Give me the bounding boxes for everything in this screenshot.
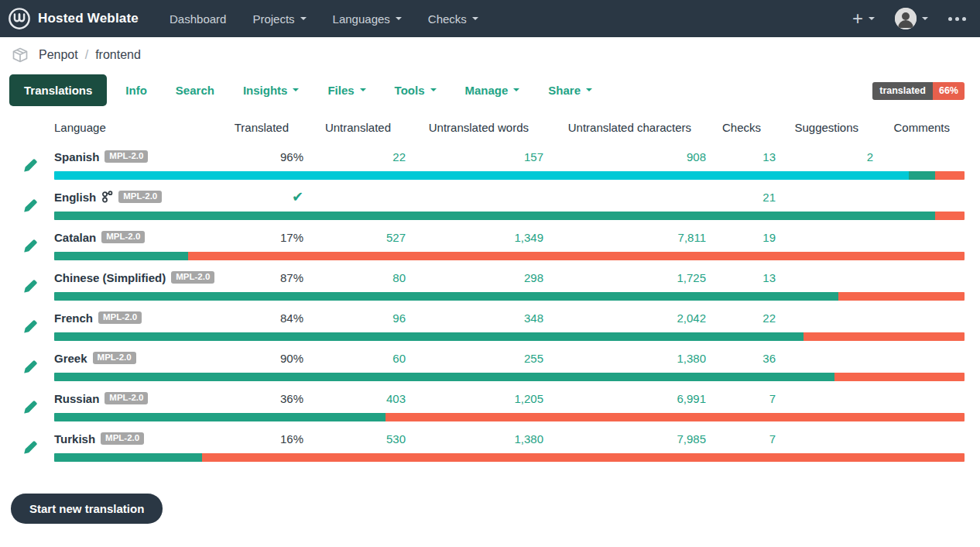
badge-value: 66% [933,82,965,100]
license-badge: MPL-2.0 [98,311,142,325]
translation-progress-bar [54,171,965,180]
checks-count[interactable]: 22 [706,311,776,325]
checks-count[interactable]: 21 [706,191,776,204]
untranslated-words[interactable]: 255 [406,352,543,365]
untranslated-count[interactable]: 527 [303,231,406,244]
translated-percent: 96% [232,150,303,163]
more-options-button[interactable] [948,17,966,21]
nav-item-languages[interactable]: Languages [333,12,402,26]
table-row: RussianMPL-2.0 36% 403 1,205 6,991 7 [0,387,965,427]
language-link[interactable]: Spanish [54,150,99,163]
breadcrumb-project-link[interactable]: Penpot [39,48,78,62]
untranslated-characters[interactable]: 1,380 [543,352,706,365]
header-suggestions: Suggestions [776,115,873,140]
untranslated-count[interactable]: 96 [303,311,406,325]
header-untranslated: Untranslated [303,115,406,140]
weblate-logo-icon [8,7,31,30]
untranslated-words[interactable]: 298 [406,271,543,284]
translated-percent: 17% [232,231,303,244]
language-link[interactable]: Russian [54,392,99,405]
edit-pencil-icon[interactable] [23,360,38,374]
untranslated-words[interactable]: 157 [406,150,543,163]
project-package-icon [11,46,29,64]
tab-search[interactable]: Search [176,84,214,97]
table-row: TurkishMPL-2.0 16% 530 1,380 7,985 7 [0,427,965,467]
badge-label: translated [872,82,933,100]
language-link[interactable]: Catalan [54,231,96,244]
tab-manage[interactable]: Manage [465,84,520,97]
checks-count[interactable]: 7 [706,432,776,446]
source-language-icon [101,191,113,203]
checks-count[interactable]: 36 [706,352,776,365]
untranslated-words[interactable]: 348 [406,311,543,325]
tab-files[interactable]: Files [327,84,365,97]
untranslated-count[interactable]: 530 [303,432,406,446]
untranslated-words[interactable]: 1,349 [406,231,543,244]
untranslated-characters[interactable]: 908 [543,150,706,163]
plus-icon: + [852,9,863,28]
chevron-down-icon [922,17,928,20]
language-link[interactable]: French [54,311,93,325]
nav-item-checks[interactable]: Checks [428,12,478,26]
edit-pencil-icon[interactable] [23,239,38,253]
checks-count[interactable]: 13 [706,271,776,284]
nav-item-projects[interactable]: Projects [252,12,306,26]
checks-count[interactable]: 19 [706,231,776,244]
header-comments: Comments [873,115,965,140]
breadcrumb-component-link[interactable]: frontend [95,48,141,62]
language-link[interactable]: Turkish [54,432,95,446]
untranslated-characters[interactable]: 2,042 [543,311,706,325]
untranslated-words[interactable]: 1,205 [406,392,543,405]
translated-percent-badge: translated 66% [872,82,965,100]
license-badge: MPL-2.0 [101,432,144,446]
untranslated-characters[interactable]: 7,811 [543,231,706,244]
weblate-brand[interactable]: Hosted Weblate [8,7,139,30]
tab-tools[interactable]: Tools [395,84,437,97]
component-tabs: Translations Info Search Insights Files … [0,70,980,110]
translated-percent: 84% [232,311,303,325]
chevron-down-icon [586,88,592,91]
edit-pencil-icon[interactable] [23,279,38,294]
language-link[interactable]: Greek [54,352,87,365]
edit-pencil-icon[interactable] [23,198,38,213]
table-header-row: Language Translated Untranslated Untrans… [0,115,965,140]
edit-pencil-icon[interactable] [23,319,38,334]
checks-count[interactable]: 13 [706,150,776,163]
edit-pencil-icon[interactable] [23,440,38,455]
language-link[interactable]: Chinese (Simplified) [54,271,166,284]
edit-pencil-icon[interactable] [23,400,38,415]
untranslated-words[interactable]: 1,380 [406,432,543,446]
navbar-menu: Dashboard Projects Languages Checks [170,12,478,26]
chevron-down-icon [869,17,875,20]
tab-translations[interactable]: Translations [9,74,107,106]
table-row: FrenchMPL-2.0 84% 96 348 2,042 22 [0,306,965,346]
language-link[interactable]: English [54,191,96,204]
suggestions-count[interactable]: 2 [776,150,873,163]
tab-info[interactable]: Info [125,84,147,97]
untranslated-count[interactable]: 403 [303,392,406,405]
table-row: CatalanMPL-2.0 17% 527 1,349 7,811 19 [0,225,965,266]
nav-item-dashboard[interactable]: Dashboard [170,12,226,26]
chevron-down-icon [396,17,402,20]
untranslated-count[interactable]: 60 [303,352,406,365]
translation-progress-bar [54,212,965,220]
user-menu-button[interactable] [895,8,928,29]
chevron-down-icon [293,88,299,91]
table-row: GreekMPL-2.0 90% 60 255 1,380 36 [0,346,965,387]
untranslated-count[interactable]: 22 [303,150,406,163]
translated-check-icon: ✔ [232,188,303,205]
untranslated-characters[interactable]: 1,725 [543,271,706,284]
tab-insights[interactable]: Insights [243,84,300,97]
start-new-translation-button[interactable]: Start new translation [11,494,163,524]
tab-share[interactable]: Share [548,84,592,97]
untranslated-characters[interactable]: 7,985 [543,432,706,446]
translation-progress-bar [54,373,965,381]
untranslated-characters[interactable]: 6,991 [543,392,706,405]
license-badge: MPL-2.0 [101,231,145,244]
untranslated-count[interactable]: 80 [303,271,406,284]
table-row: SpanishMPL-2.0 96% 22 157 908 13 2 [0,145,965,185]
edit-pencil-icon[interactable] [23,158,38,173]
add-new-button[interactable]: + [852,9,875,28]
checks-count[interactable]: 7 [706,392,776,405]
top-navbar: Hosted Weblate Dashboard Projects Langua… [0,0,980,37]
